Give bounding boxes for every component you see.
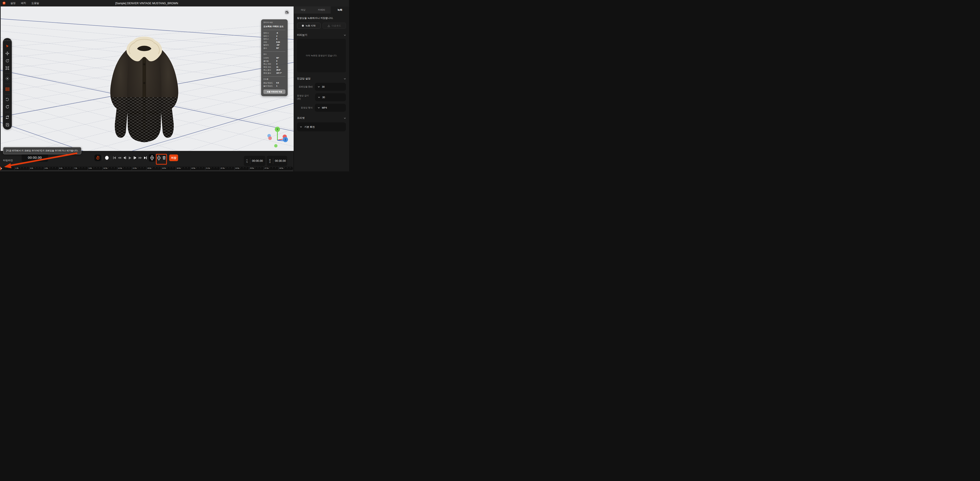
add-remove-keyframe-button[interactable] [149, 154, 155, 162]
record-button[interactable] [104, 156, 109, 160]
chevron-down-icon [300, 126, 302, 128]
download-button[interactable]: 다운로드 [323, 23, 346, 29]
ruler-time-label: 4.5s [45, 167, 48, 169]
keyframe-tooltip: [지금 위치에서 키 프레임 추가/제거] 키 프레임을 추가하거나 제거합니다… [3, 147, 81, 154]
ruler-segment[interactable]: 18.0s [176, 167, 190, 170]
clo-3d-recorder-app: 설정 배치 도움말 [Sample] DENVER VINTAGE MUSTAN… [0, 0, 349, 171]
next-keyframe-button[interactable] [138, 156, 142, 160]
skip-to-end-button[interactable] [143, 156, 147, 160]
preset-basic-rotation[interactable]: 기본 회전 [297, 122, 346, 131]
ruler-time-label: 1.5s [15, 167, 19, 169]
ruler-segment[interactable]: 21.0s [205, 167, 220, 170]
play-button[interactable] [128, 156, 132, 160]
ruler-segment[interactable]: 16.5s [161, 167, 176, 170]
undo-icon[interactable] [5, 97, 10, 102]
tab-camera[interactable]: 카메라 [312, 6, 331, 13]
end-time-box: 종료 00:30.00 [267, 156, 287, 166]
select-tool-icon[interactable] [5, 44, 10, 48]
ruler-segment[interactable]: 4.5s [44, 167, 59, 170]
timeline-label: 타임라인 [3, 159, 13, 162]
right-sidebar: 색상 카메라 녹화 동영상을 녹화하거나 저장합니다. 녹화 시작 다운로드 미… [294, 6, 349, 171]
timeline-scrollbar-track[interactable] [0, 170, 293, 171]
preset-section-header[interactable]: 프리셋 [297, 116, 346, 120]
end-time-label: 종료 [269, 159, 271, 163]
video-format-row: 동영상 형식 MP4 [297, 104, 346, 112]
rotate-tool-icon[interactable] [5, 59, 10, 63]
start-recording-button[interactable]: 녹화 시작 [297, 23, 321, 29]
ruler-segment[interactable]: 1.5s [14, 167, 29, 170]
ruler-segment[interactable]: 28.5s [278, 167, 293, 170]
toolbar-drag-handle[interactable] [4, 40, 11, 41]
prop-row: 거리8.54 [263, 41, 285, 44]
ruler-time-label: 7.5s [74, 167, 77, 169]
timeline-grid-icon[interactable] [5, 87, 10, 91]
apply-view-to-camera-button[interactable]: 뷰를 카메라에 적용 [263, 89, 285, 94]
ruler-time-label: 9.0s [89, 167, 92, 169]
ruler-segment[interactable]: 24.0s [234, 167, 249, 170]
ruler-segment[interactable]: 12.0s [117, 167, 132, 170]
tab-record[interactable]: 녹화 [331, 6, 349, 13]
axis-neg-y-ball[interactable] [274, 144, 278, 148]
garment-jacket-3d[interactable] [102, 22, 186, 150]
current-view-properties-panel: 현재 뷰 속성 오브젝트 카메라 모드 위치 X-6 위치 Y2 위치 Z6 거… [261, 19, 288, 96]
encoding-section-header[interactable]: 인코딩 설정 [297, 77, 346, 80]
axis-y-label: Y [277, 128, 278, 131]
viewport-3d[interactable]: 현재 뷰 속성 오브젝트 카메라 모드 위치 X-6 위치 Y2 위치 Z6 거… [0, 6, 294, 151]
ruler-segment[interactable]: 25.5s [249, 167, 264, 170]
ruler-segment[interactable]: 9.0s [88, 167, 102, 170]
ruler-segment[interactable]: 3.0s [29, 167, 44, 170]
prop-row: 위치 Y2 [263, 35, 285, 38]
delete-keyframes-button[interactable] [162, 156, 166, 160]
ruler-time-label: 3.0s [30, 167, 33, 169]
camera-mode-button[interactable] [284, 10, 290, 15]
step-backward-button[interactable] [123, 156, 126, 160]
start-time-value[interactable]: 00:00.00 [252, 159, 263, 162]
ruler-segment[interactable]: 10.5s [102, 167, 117, 170]
sidebar-tabs: 색상 카메라 녹화 [294, 6, 349, 13]
timeline-ruler[interactable]: 1.5s3.0s4.5s6.0s7.5s9.0s10.5s12.0s13.5s1… [0, 167, 293, 170]
current-time-display[interactable]: 00:00.00 [22, 153, 48, 162]
skip-to-start-button[interactable] [113, 156, 116, 160]
prop-row: 위치 Z6 [263, 38, 285, 41]
axis-gizmo[interactable]: Y Z [267, 125, 288, 148]
redo-icon[interactable] [5, 105, 10, 109]
preview-empty-text: 아직 녹화된 동영상이 없습니다. [305, 54, 337, 57]
ruler-segment[interactable]: 6.0s [58, 167, 73, 170]
controls-divider [167, 156, 168, 160]
save-scene-icon[interactable] [5, 122, 10, 127]
video-length-select[interactable]: 30 [315, 93, 346, 101]
move-tool-icon[interactable] [5, 51, 10, 56]
save-animation-button[interactable]: 저장 [169, 154, 178, 161]
prop-row: 패닝 민감도0.5 [263, 81, 285, 84]
axis-neg-x-ball[interactable] [268, 137, 272, 140]
remove-keyframe-button[interactable] [157, 156, 161, 160]
preview-section-header[interactable]: 미리보기 [297, 33, 346, 37]
step-forward-button[interactable] [134, 156, 137, 160]
tab-color[interactable]: 색상 [294, 6, 312, 13]
auto-key-stopwatch-button[interactable] [94, 154, 101, 161]
ruler-segment[interactable]: 19.5s [190, 167, 205, 170]
chevron-down-icon [344, 78, 346, 80]
prop-row: 돌리 민감도1 [263, 84, 285, 88]
start-time-box: 시작 00:00.00 [244, 156, 266, 166]
ruler-segment[interactable]: 15.0s [146, 167, 161, 170]
end-time-value[interactable]: 00:30.00 [275, 159, 286, 162]
record-description: 동영상을 녹화하거나 저장합니다. [297, 16, 346, 20]
playback-controls: 저장 [94, 154, 178, 162]
ruler-segment[interactable]: 27.0s [264, 167, 278, 170]
lens-section-title: 렌즈 [263, 53, 285, 56]
video-format-select[interactable]: MP4 [315, 104, 346, 112]
timeline-playhead[interactable] [0, 167, 1, 170]
framerate-select[interactable]: 30 [315, 83, 346, 91]
controls-divider [111, 156, 111, 160]
focus-object-icon[interactable] [5, 76, 10, 81]
video-length-row: 동영상 길이 (초) 30 [297, 93, 346, 101]
ruler-segment[interactable]: 7.5s [73, 167, 88, 170]
ruler-segment[interactable]: 22.5s [220, 167, 234, 170]
prop-row: 최소 경사28.6° [263, 68, 285, 71]
scale-tool-icon[interactable] [5, 66, 10, 70]
top-menu-bar: 설정 배치 도움말 [Sample] DENVER VINTAGE MUSTAN… [0, 0, 349, 6]
ruler-segment[interactable]: 13.5s [132, 167, 146, 170]
reset-sync-icon[interactable] [5, 115, 10, 119]
previous-keyframe-button[interactable] [118, 156, 121, 160]
